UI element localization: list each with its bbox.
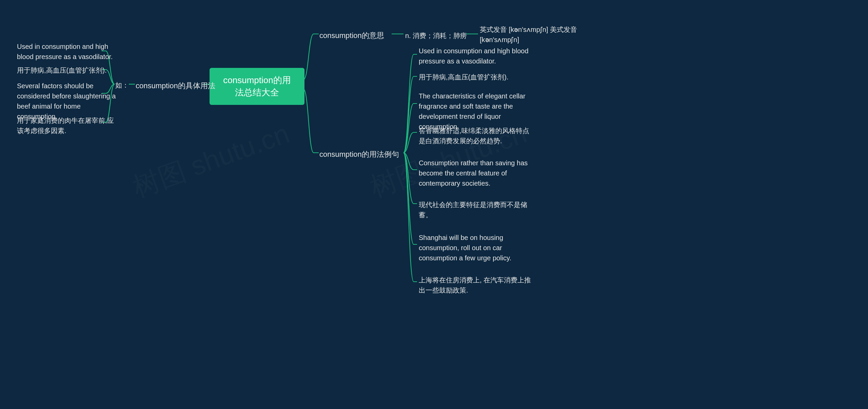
right-leaf-0[interactable]: Used in consumption and high blood press… <box>419 46 534 66</box>
left-leaf-1[interactable]: 用于肺病,高血压(血管扩张剂). <box>17 65 119 75</box>
right-leaf-6[interactable]: Shanghai will be on housing consumption,… <box>419 233 534 263</box>
watermark: 树图 shutu.cn <box>127 115 294 206</box>
right-leaf-7[interactable]: 上海将在住房消费上, 在汽车消费上推出一些鼓励政策. <box>419 275 534 295</box>
left-branch-label[interactable]: consumption的具体用法 <box>136 80 215 91</box>
right-branch1-leaf[interactable]: 英式发音 [kən'sʌmpʃn] 美式发音 [kən'sʌmpʃn] <box>480 24 595 45</box>
right-branch1-label[interactable]: consumption的意思 <box>319 30 384 41</box>
left-leaf-3[interactable]: 用于家庭消费的肉牛在屠宰前,应该考虑很多因素. <box>17 115 119 136</box>
right-leaf-1[interactable]: 用于肺病,高血压(血管扩张剂). <box>419 72 534 82</box>
right-branch2-label[interactable]: consumption的用法例句 <box>319 149 399 160</box>
right-leaf-4[interactable]: Consumption rather than saving has becom… <box>419 158 534 188</box>
right-leaf-3[interactable]: 窖香幽雅舒适,味绵柔淡雅的风格特点是白酒消费发展的必然趋势. <box>419 126 534 146</box>
left-leaf-0[interactable]: Used in consumption and high blood press… <box>17 41 119 62</box>
right-branch1-sub[interactable]: n. 消费；消耗；肺痨 <box>405 31 467 41</box>
right-leaf-5[interactable]: 现代社会的主要特征是消费而不是储蓄。 <box>419 200 534 220</box>
center-node[interactable]: consumption的用法总结大全 <box>210 68 304 105</box>
